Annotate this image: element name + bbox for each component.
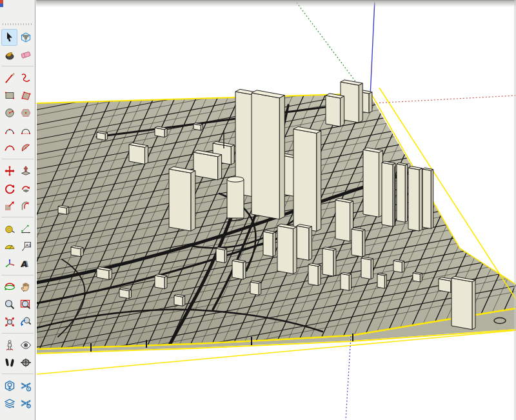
zoom-icon [3, 298, 16, 311]
tool-follow-me-button[interactable] [17, 180, 34, 197]
move-icon [3, 165, 16, 177]
tool-position-camera-button[interactable] [1, 337, 17, 354]
look-around-eye-icon [19, 339, 32, 352]
tool-paint-bucket-button[interactable] [1, 46, 17, 63]
blue-axis [370, 0, 375, 96]
paint-bucket-icon [3, 48, 16, 61]
rectangle-icon [3, 89, 16, 102]
tool-zoom-window-button[interactable] [17, 296, 34, 313]
extension-download-icon [3, 379, 16, 392]
drawing-axes [295, 0, 516, 103]
tool-two-point-arc-button[interactable] [17, 122, 34, 139]
toolbar-separator [1, 217, 34, 217]
tool-make-component-button[interactable] [17, 29, 34, 46]
extension-roads-icon [19, 379, 32, 392]
tool-scale-button[interactable] [1, 197, 17, 214]
eraser-icon [19, 48, 32, 61]
tool-ext-download-button[interactable] [1, 377, 17, 394]
zoom-extents-icon [3, 315, 16, 328]
tool-section-plane-button[interactable] [17, 354, 34, 371]
tool-polygon-button[interactable] [17, 105, 34, 121]
tool-eraser-button[interactable] [17, 46, 34, 63]
model-viewport[interactable] [36, 0, 516, 420]
tool-rotate-button[interactable] [1, 180, 17, 197]
follow-me-icon [19, 182, 32, 195]
text-icon: A1 [19, 240, 32, 253]
rotate-icon [3, 182, 16, 195]
line-pencil-icon [3, 72, 16, 85]
position-camera-icon [3, 339, 16, 352]
3d-text-icon: AA [19, 257, 32, 270]
tool-three-d-text-button[interactable]: AA [17, 255, 34, 272]
tool-ext-roads-settings-button[interactable] [17, 395, 34, 412]
toolbar-separator [1, 333, 34, 334]
select-icon [3, 31, 16, 44]
two-point-arc-icon [19, 124, 32, 137]
make-component-icon [19, 31, 32, 44]
sketchup-window: A1AA [0, 0, 516, 420]
push-pull-icon [19, 165, 32, 177]
tool-pie-button[interactable] [17, 139, 34, 156]
tool-palette: A1AA [0, 0, 35, 420]
tool-offset-button[interactable] [17, 197, 34, 214]
circle-icon [3, 106, 16, 119]
tool-three-point-arc-button[interactable] [1, 139, 17, 156]
tool-pan-button[interactable] [17, 279, 34, 295]
toolbar-separator [1, 374, 34, 374]
arc-icon [3, 124, 16, 137]
offset-icon [19, 199, 32, 212]
tool-push-pull-button[interactable] [17, 163, 34, 179]
clipped-toolbar-icon [0, 0, 3, 7]
tool-select-button[interactable] [1, 29, 17, 46]
tool-axes-button[interactable] [1, 255, 17, 272]
tool-previous-button[interactable] [17, 314, 34, 330]
tape-measure-icon [3, 223, 16, 235]
tool-ext-layers-button[interactable] [1, 395, 17, 412]
polygon-icon [19, 106, 32, 119]
toolbar-grip-handle[interactable] [3, 23, 32, 25]
extension-layers-icon [3, 397, 16, 410]
three-point-arc-icon [3, 141, 16, 154]
pan-hand-icon [19, 281, 32, 294]
tool-line-button[interactable] [1, 70, 17, 86]
section-plane-icon [19, 356, 32, 369]
toolbar-separator [1, 159, 34, 159]
zoom-window-icon [19, 298, 32, 311]
tool-text-button[interactable]: A1 [17, 238, 34, 255]
pie-icon [19, 141, 32, 154]
tool-rectangle-button[interactable] [1, 87, 17, 104]
dimension-icon [19, 223, 32, 235]
orbit-icon [3, 281, 16, 294]
red-axis [373, 95, 516, 103]
blue-axis-hidden [346, 336, 351, 420]
tool-dimension-button[interactable] [17, 221, 34, 237]
toolbar-separator [1, 66, 34, 66]
tool-protractor-button[interactable] [1, 238, 17, 255]
tool-rotated-rectangle-button[interactable] [17, 87, 34, 104]
freehand-icon [19, 72, 32, 85]
tool-arc-button[interactable] [1, 122, 17, 139]
tool-look-around-button[interactable] [17, 337, 34, 354]
tool-zoom-button[interactable] [1, 296, 17, 313]
tool-zoom-extents-button[interactable] [1, 314, 17, 330]
tool-ext-roads-button[interactable] [17, 377, 34, 394]
extension-roads-settings-icon [19, 397, 32, 410]
tool-circle-button[interactable] [1, 105, 17, 121]
tool-move-button[interactable] [1, 163, 17, 179]
tool-walk-button[interactable] [1, 354, 17, 371]
zoom-previous-icon [19, 315, 32, 328]
rotated-rectangle-icon [19, 89, 32, 102]
toolbar-separator [1, 275, 34, 275]
tool-tape-measure-button[interactable] [1, 221, 17, 237]
protractor-icon [3, 240, 16, 253]
tool-orbit-button[interactable] [1, 279, 17, 295]
axes-icon [3, 257, 16, 270]
scale-icon [3, 199, 16, 212]
svg-text:A1: A1 [26, 242, 31, 246]
walk-feet-icon [3, 356, 16, 369]
tool-freehand-button[interactable] [17, 70, 34, 86]
